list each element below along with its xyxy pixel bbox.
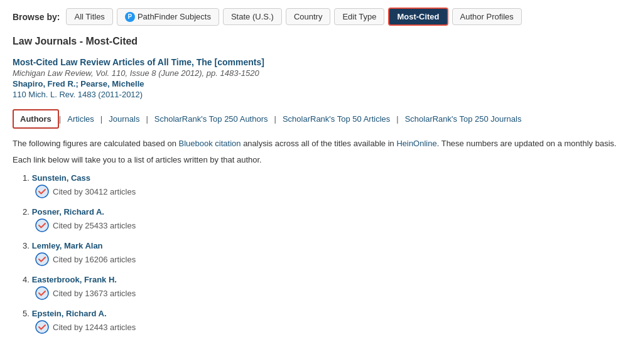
tab-articles[interactable]: Articles	[61, 110, 100, 127]
author-rank: 2.	[23, 207, 30, 217]
author-rank: 1.	[23, 173, 30, 183]
cited-count: Cited by 30412 articles	[53, 187, 136, 196]
author-name[interactable]: Easterbrook, Frank H.	[32, 275, 117, 284]
article-title[interactable]: Most-Cited Law Review Articles of All Ti…	[13, 57, 264, 67]
author-name[interactable]: Epstein, Richard A.	[32, 309, 107, 318]
description-line1: The following figures are calculated bas…	[13, 137, 625, 150]
tab-journals[interactable]: Journals	[102, 110, 146, 127]
list-item: 5.Epstein, Richard A. Cited by 12443 art…	[13, 309, 625, 334]
author-name[interactable]: Lemley, Mark Alan	[32, 241, 103, 250]
author-list: 1.Sunstein, Cass Cited by 30412 articles…	[13, 173, 625, 334]
author-name[interactable]: Posner, Richard A.	[32, 207, 104, 217]
cited-count: Cited by 12443 articles	[53, 323, 136, 332]
citation-icon	[35, 286, 49, 300]
tab-bar: Authors | Articles | Journals | ScholarR…	[13, 109, 625, 129]
citation-icon	[35, 185, 49, 198]
cited-count: Cited by 16206 articles	[53, 255, 136, 264]
tab-scholarrank-50-articles[interactable]: ScholarRank's Top 50 Articles	[276, 110, 396, 127]
list-item: 4.Easterbrook, Frank H. Cited by 13673 a…	[13, 275, 625, 300]
pathfinder-icon: P	[125, 12, 135, 22]
author-rank: 4.	[23, 275, 30, 284]
author-name[interactable]: Sunstein, Cass	[32, 173, 90, 183]
edit-type-button[interactable]: Edit Type	[334, 8, 384, 25]
bluebook-link[interactable]: Bluebook citation	[179, 139, 241, 148]
author-profiles-button[interactable]: Author Profiles	[452, 8, 522, 25]
author-rank: 5.	[23, 309, 30, 318]
pathfinder-subjects-button[interactable]: P PathFinder Subjects	[117, 8, 219, 26]
page-title: Law Journals - Most-Cited	[13, 36, 625, 47]
browse-label: Browse by:	[13, 12, 60, 22]
article-citation: 110 Mich. L. Rev. 1483 (2011-2012)	[13, 90, 625, 99]
article-section: Most-Cited Law Review Articles of All Ti…	[13, 57, 625, 99]
country-button[interactable]: Country	[286, 8, 331, 25]
cited-count: Cited by 25433 articles	[53, 221, 136, 230]
heinonline-link[interactable]: HeinOnline	[396, 139, 436, 148]
state-button[interactable]: State (U.S.)	[223, 8, 282, 25]
citation-icon	[35, 218, 49, 232]
browse-bar: Browse by: All Titles P PathFinder Subje…	[13, 8, 625, 26]
list-item: 1.Sunstein, Cass Cited by 30412 articles	[13, 173, 625, 198]
citation-icon	[35, 252, 49, 266]
citation-icon	[35, 320, 49, 334]
most-cited-button[interactable]: Most-Cited	[388, 8, 448, 26]
cited-count: Cited by 13673 articles	[53, 289, 136, 298]
tab-scholarrank-250-journals[interactable]: ScholarRank's Top 250 Journals	[399, 110, 528, 127]
list-item: 3.Lemley, Mark Alan Cited by 16206 artic…	[13, 241, 625, 266]
author-rank: 3.	[23, 241, 30, 250]
list-item: 2.Posner, Richard A. Cited by 25433 arti…	[13, 207, 625, 232]
tab-scholarrank-250-authors[interactable]: ScholarRank's Top 250 Authors	[148, 110, 274, 127]
tab-authors[interactable]: Authors	[13, 109, 59, 129]
all-titles-button[interactable]: All Titles	[66, 8, 112, 25]
article-authors: Shapiro, Fred R.; Pearse, Michelle	[13, 79, 625, 88]
article-meta: Michigan Law Review, Vol. 110, Issue 8 (…	[13, 68, 625, 78]
description-line2: Each link below will take you to a list …	[13, 154, 625, 166]
